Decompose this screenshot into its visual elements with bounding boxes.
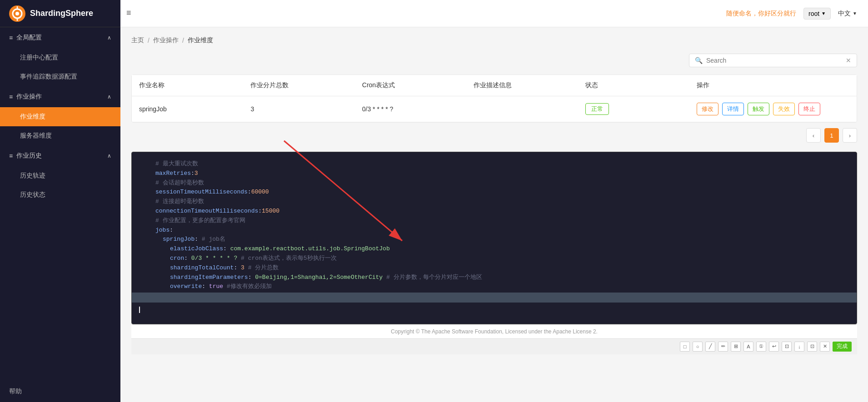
trigger-button[interactable]: 触发 — [748, 103, 769, 115]
code-line-4: sessionTimeoutMilliseconds: 60000 — [139, 188, 849, 197]
cell-cron: 0/3 * * * * ? — [355, 99, 466, 119]
toolbar-pen-icon[interactable]: ✏ — [718, 342, 728, 352]
toolbar-undo-icon[interactable]: ↩ — [769, 342, 779, 352]
toolbar-done-button[interactable]: 完成 — [833, 342, 852, 352]
toolbar-grid-icon[interactable]: ⊞ — [731, 342, 741, 352]
breadcrumb-sep-2: / — [182, 37, 184, 44]
user-label: root — [808, 10, 819, 17]
language-menu[interactable]: 中文 ▼ — [838, 10, 857, 18]
toolbar-close-icon[interactable]: ✕ — [820, 342, 830, 352]
cell-status: 正常 — [578, 97, 689, 121]
edit-button[interactable]: 修改 — [697, 103, 718, 115]
sidebar-item-server-dimension[interactable]: 服务器维度 — [0, 126, 120, 145]
code-line-13: shardingItemParameters: 0=Beijing,1=Shan… — [139, 273, 849, 283]
code-cursor-line — [139, 303, 849, 317]
menu-icon: ≡ — [9, 93, 13, 100]
cell-shards: 3 — [243, 99, 354, 119]
sidebar-section-job-history: ≡ 作业历史 ∧ 历史轨迹 历史状态 — [0, 145, 120, 204]
toolbar-download-icon[interactable]: ↓ — [794, 342, 804, 352]
sidebar-group-global-config[interactable]: ≡ 全局配置 ∧ — [0, 27, 120, 48]
col-cron: Cron表达式 — [355, 75, 466, 96]
sidebar-item-help[interactable]: 帮助 — [0, 381, 120, 402]
hamburger-button[interactable]: ≡ — [126, 8, 131, 18]
footer: Copyright © The Apache Software Foundati… — [131, 324, 857, 338]
sidebar-section-job-ops: ≡ 作业操作 ∧ 作业维度 服务器维度 — [0, 86, 120, 145]
sidebar-group-job-history[interactable]: ≡ 作业历史 ∧ — [0, 145, 120, 166]
code-line-6: connectionTimeoutMilliseconds: 15000 — [139, 207, 849, 216]
code-line-9: springJob: # job名 — [139, 235, 849, 244]
table-row: springJob 3 0/3 * * * * ? 正常 修改 详情 触发 失效… — [132, 96, 857, 122]
chevron-up-icon: ∧ — [107, 94, 111, 100]
code-line-1: # 最大重试次数 — [139, 159, 849, 169]
cell-job-name: springJob — [132, 99, 243, 119]
toolbar-icons: □ ○ ╱ ✏ ⊞ A ① ↩ ⊡ ↓ ⊡ ✕ 完成 — [680, 342, 852, 352]
toolbar-line-icon[interactable]: ╱ — [705, 342, 715, 352]
toolbar-rect-icon[interactable]: □ — [680, 342, 690, 352]
toolbar-crop-icon[interactable]: ⊡ — [807, 342, 817, 352]
toolbar-copy-icon[interactable]: ⊡ — [782, 342, 792, 352]
sidebar-item-event-trace[interactable]: 事件追踪数据源配置 — [0, 67, 120, 86]
detail-button[interactable]: 详情 — [722, 103, 744, 115]
breadcrumb-current: 作业维度 — [188, 36, 213, 45]
stop-button[interactable]: 终止 — [798, 103, 820, 115]
chevron-down-icon: ▼ — [853, 11, 857, 16]
top-header: ≡ 随便命名，你好区分就行 root ▼ 中文 ▼ — [120, 0, 868, 27]
bottom-toolbar: □ ○ ╱ ✏ ⊞ A ① ↩ ⊡ ↓ ⊡ ✕ 完成 — [131, 338, 857, 354]
code-line-5: # 连接超时毫秒数 — [139, 197, 849, 207]
sidebar-logo: ShardingSphere — [0, 0, 120, 27]
chevron-down-icon: ▼ — [821, 11, 826, 16]
page-1-button[interactable]: 1 — [824, 128, 839, 143]
pagination: ‹ 1 › — [131, 123, 857, 148]
status-badge: 正常 — [585, 103, 609, 115]
code-line-11: cron: 0/3 * * * * ? # cron表达式，表示每5秒执行一次 — [139, 254, 849, 263]
prev-page-button[interactable]: ‹ — [806, 128, 821, 143]
breadcrumb-sep-1: / — [148, 37, 150, 44]
code-line-12: shardingTotalCount: 3 # 分片总数 — [139, 263, 849, 273]
breadcrumb-home[interactable]: 主页 — [131, 36, 144, 45]
lang-label: 中文 — [838, 10, 851, 18]
sidebar-item-history-trace[interactable]: 历史轨迹 — [0, 166, 120, 185]
sidebar-item-job-dimension[interactable]: 作业维度 — [0, 107, 120, 126]
code-line-2: maxRetries: 3 — [139, 169, 849, 179]
toolbar-text-icon[interactable]: A — [743, 342, 753, 352]
sidebar-group-job-ops[interactable]: ≡ 作业操作 ∧ — [0, 86, 120, 107]
toolbar-circle-icon[interactable]: ○ — [693, 342, 703, 352]
sidebar: ShardingSphere ≡ 全局配置 ∧ 注册中心配置 事件追踪数据源配置… — [0, 0, 120, 402]
search-icon: 🔍 — [695, 57, 703, 64]
search-bar-container: 🔍 ✕ — [131, 54, 857, 67]
menu-icon: ≡ — [9, 34, 13, 41]
col-shards: 作业分片总数 — [243, 75, 354, 96]
main-content: ≡ 随便命名，你好区分就行 root ▼ 中文 ▼ 主页 / 作业操作 / 作业… — [120, 0, 868, 402]
sidebar-section-global: ≡ 全局配置 ∧ 注册中心配置 事件追踪数据源配置 — [0, 27, 120, 86]
next-page-button[interactable]: › — [843, 128, 857, 143]
chevron-up-icon: ∧ — [107, 153, 111, 159]
user-menu[interactable]: root ▼ — [803, 8, 831, 20]
sidebar-item-registry-center[interactable]: 注册中心配置 — [0, 48, 120, 67]
toolbar-num-icon[interactable]: ① — [756, 342, 766, 352]
code-highlight-line — [132, 293, 857, 303]
col-job-name: 作业名称 — [132, 75, 243, 96]
col-status: 状态 — [578, 75, 689, 96]
search-input[interactable] — [706, 57, 842, 64]
sidebar-item-history-status[interactable]: 历史状态 — [0, 185, 120, 204]
code-panel: # 最大重试次数 maxRetries: 3 # 会话超时毫秒数 session… — [131, 152, 857, 324]
chevron-up-icon: ∧ — [107, 35, 111, 41]
cell-desc — [466, 103, 578, 115]
code-line-14: overwrite: true #修改有效必须加 — [139, 282, 849, 292]
logo-text: ShardingSphere — [30, 9, 93, 18]
search-bar: 🔍 ✕ — [689, 54, 857, 67]
data-table: 作业名称 作业分片总数 Cron表达式 作业描述信息 状态 操作 springJ… — [131, 74, 857, 123]
breadcrumb-job-ops[interactable]: 作业操作 — [153, 36, 179, 45]
svg-point-2 — [15, 12, 19, 15]
code-line-7: # 作业配置，更多的配置参考官网 — [139, 216, 849, 226]
cursor — [139, 307, 140, 313]
menu-icon: ≡ — [9, 152, 13, 159]
code-line-10: elasticJobClass: com.example.reactboot.u… — [139, 244, 849, 254]
fail-button[interactable]: 失效 — [773, 103, 795, 115]
search-submit-icon[interactable]: ✕ — [846, 57, 851, 64]
content-area: 主页 / 作业操作 / 作业维度 🔍 ✕ 作业名称 作业分片总数 Cron表达式… — [120, 27, 868, 402]
footer-text: Copyright © The Apache Software Foundati… — [391, 328, 598, 335]
header-motto: 随便命名，你好区分就行 — [726, 10, 796, 18]
action-buttons: 修改 详情 触发 失效 终止 — [697, 103, 849, 115]
col-desc: 作业描述信息 — [466, 75, 578, 96]
